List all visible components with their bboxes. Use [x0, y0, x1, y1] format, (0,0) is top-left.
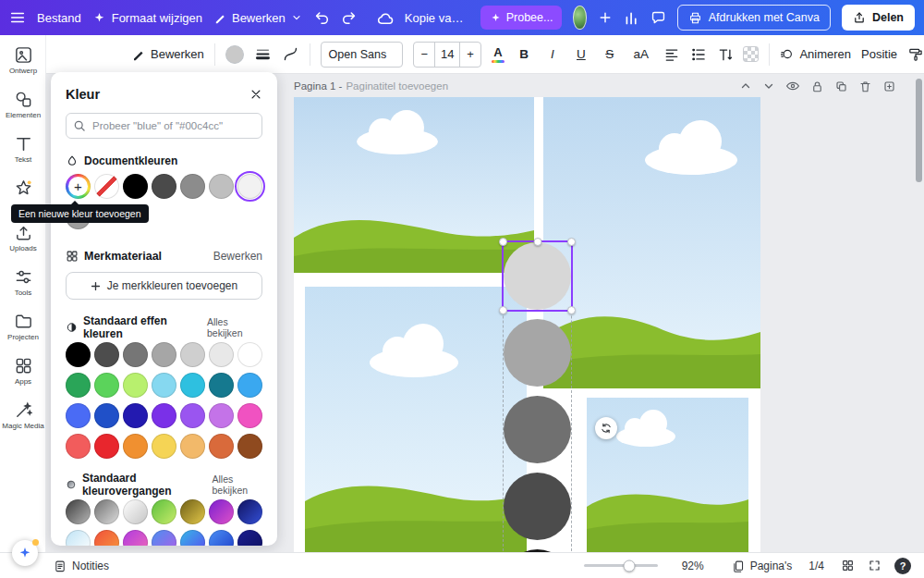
- position-button[interactable]: Positie: [861, 47, 897, 61]
- resize-handle-top-center[interactable]: [533, 238, 541, 246]
- solid-colors-see-all[interactable]: Alles bekijken: [207, 316, 262, 338]
- color-swatch[interactable]: [152, 434, 176, 459]
- color-swatch[interactable]: [209, 403, 234, 428]
- font-family-select[interactable]: Open Sans: [321, 42, 404, 68]
- sidebar-item-uploads[interactable]: Uploads: [0, 218, 46, 263]
- color-search-input[interactable]: [66, 113, 262, 139]
- help-button[interactable]: ?: [894, 558, 911, 574]
- resize-handle-top-left[interactable]: [499, 238, 507, 246]
- add-color-button[interactable]: +: [66, 174, 91, 199]
- color-swatch[interactable]: [237, 342, 262, 367]
- color-swatch[interactable]: [123, 403, 148, 428]
- text-case-button[interactable]: aA: [629, 47, 653, 61]
- duplicate-page-icon[interactable]: [834, 80, 848, 93]
- circle-element-4[interactable]: [504, 473, 571, 540]
- gradient-colors-see-all[interactable]: Alles bekijken: [213, 473, 262, 496]
- resize-handle-bottom-left[interactable]: [499, 306, 507, 314]
- transparency-button[interactable]: [743, 46, 759, 62]
- hide-page-icon[interactable]: [785, 79, 800, 93]
- notes-button[interactable]: Notities: [54, 560, 109, 572]
- circle-element-3[interactable]: [504, 396, 571, 463]
- print-with-canva-button[interactable]: Afdrukken met Canva: [677, 5, 831, 31]
- gradient-swatch[interactable]: [237, 530, 262, 546]
- sidebar-item-elementen[interactable]: Elementen: [0, 85, 46, 129]
- color-swatch[interactable]: [180, 174, 205, 199]
- redo-button[interactable]: [341, 6, 358, 29]
- assistant-button[interactable]: [12, 540, 38, 566]
- color-swatch[interactable]: [209, 342, 234, 367]
- selected-color-swatch[interactable]: [237, 174, 262, 199]
- rotate-handle[interactable]: [595, 417, 617, 439]
- color-swatch[interactable]: [180, 434, 205, 459]
- vertical-scrollbar[interactable]: [916, 79, 922, 182]
- design-page[interactable]: [294, 97, 760, 552]
- gradient-swatch[interactable]: [66, 499, 91, 524]
- brand-edit-link[interactable]: Bewerken: [213, 250, 262, 263]
- animate-button[interactable]: Animeren: [780, 47, 851, 61]
- underline-button[interactable]: U: [572, 47, 590, 61]
- sidebar-item-apps[interactable]: Apps: [0, 351, 46, 396]
- color-swatch[interactable]: [152, 342, 176, 367]
- gradient-swatch[interactable]: [152, 530, 176, 546]
- fill-color-button[interactable]: [225, 45, 244, 64]
- sidebar-item-tekst[interactable]: Tekst: [0, 129, 46, 174]
- gradient-swatch[interactable]: [66, 530, 91, 546]
- lock-page-icon[interactable]: [810, 80, 824, 93]
- color-swatch[interactable]: [180, 403, 205, 428]
- landscape-image-top-left[interactable]: [294, 97, 534, 273]
- gradient-swatch[interactable]: [123, 530, 148, 546]
- page-title-placeholder[interactable]: Paginatitel toevoegen: [346, 80, 448, 92]
- landscape-image-top-right[interactable]: [543, 97, 760, 388]
- add-page-icon[interactable]: [882, 80, 896, 93]
- color-swatch[interactable]: [123, 434, 148, 459]
- sidebar-item-magic-media[interactable]: Magic Media: [0, 396, 46, 440]
- color-swatch[interactable]: [66, 403, 91, 428]
- grid-view-icon[interactable]: [841, 559, 855, 572]
- menu-formaat-wijzigen[interactable]: Formaat wijzigen: [92, 11, 202, 25]
- gradient-swatch[interactable]: [180, 530, 205, 546]
- color-swatch[interactable]: [66, 342, 91, 367]
- color-swatch[interactable]: [94, 342, 119, 367]
- comments-button[interactable]: [650, 6, 666, 29]
- color-swatch[interactable]: [94, 373, 119, 398]
- text-align-icon[interactable]: [663, 46, 680, 63]
- edit-tool-button[interactable]: Bewerken: [131, 47, 204, 61]
- color-swatch[interactable]: [209, 434, 234, 459]
- curve-icon[interactable]: [282, 45, 299, 63]
- color-swatch[interactable]: [123, 342, 148, 367]
- sidebar-item-ontwerp[interactable]: Ontwerp: [0, 41, 46, 85]
- color-swatch[interactable]: [152, 174, 176, 199]
- share-button[interactable]: Delen: [842, 5, 915, 31]
- move-page-down-icon[interactable]: [762, 80, 775, 92]
- hamburger-menu-button[interactable]: [9, 6, 26, 29]
- close-icon[interactable]: [249, 88, 262, 101]
- gradient-swatch[interactable]: [152, 499, 176, 524]
- menu-bestand[interactable]: Bestand: [37, 11, 81, 25]
- color-swatch[interactable]: [123, 174, 148, 199]
- color-swatch[interactable]: [66, 434, 91, 459]
- color-swatch[interactable]: [152, 373, 176, 398]
- font-size-decrease[interactable]: −: [414, 43, 434, 67]
- color-swatch[interactable]: [94, 434, 119, 459]
- document-title[interactable]: Kopie van STUDIO W...: [405, 11, 469, 25]
- delete-page-icon[interactable]: [858, 80, 872, 93]
- color-swatch[interactable]: [237, 373, 262, 398]
- sidebar-item-tools[interactable]: Tools: [0, 263, 46, 307]
- color-swatch[interactable]: [180, 342, 205, 367]
- list-icon[interactable]: [690, 46, 707, 63]
- pages-button[interactable]: Pagina's: [732, 560, 793, 572]
- no-color-swatch[interactable]: [94, 174, 119, 199]
- zoom-slider-knob[interactable]: [624, 560, 636, 572]
- sidebar-item-projecten[interactable]: Projecten: [0, 307, 46, 351]
- selection-box[interactable]: [502, 240, 573, 312]
- color-swatch[interactable]: [237, 403, 262, 428]
- italic-button[interactable]: I: [543, 47, 562, 61]
- color-swatch[interactable]: [209, 373, 234, 398]
- font-size-value[interactable]: 14: [434, 43, 460, 67]
- strikethrough-button[interactable]: S: [601, 47, 619, 61]
- zoom-level[interactable]: 92%: [682, 560, 711, 572]
- fullscreen-icon[interactable]: [868, 559, 881, 572]
- landscape-image-bottom-left[interactable]: [305, 287, 527, 552]
- copy-style-icon[interactable]: [907, 46, 924, 63]
- gradient-swatch[interactable]: [180, 499, 205, 524]
